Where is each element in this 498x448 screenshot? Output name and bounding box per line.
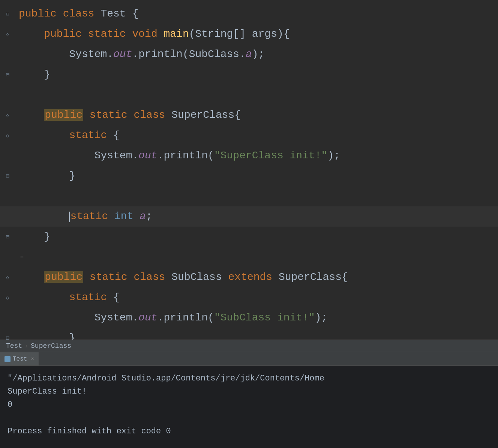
console-text-1: SuperClass init! (8, 387, 87, 396)
line-text-1: public class Test { (15, 4, 498, 24)
line-text-13: - (15, 247, 498, 267)
gutter-1 (0, 4, 15, 24)
tab-close-button[interactable]: × (31, 356, 34, 362)
gutter-14 (0, 267, 15, 287)
tab-file-icon (4, 356, 10, 362)
gutter-11 (0, 206, 15, 227)
line-text-5 (15, 85, 498, 105)
code-line-1: public class Test { (0, 4, 498, 24)
line-text-7: static { (15, 125, 498, 146)
line-text-6: public static class SuperClass{ (15, 105, 498, 125)
gutter-8 (0, 146, 15, 166)
console-output-3 (8, 412, 490, 425)
code-line-14: public static class SubClass extends Sup… (0, 267, 498, 287)
code-line-15: static { (0, 287, 498, 308)
breadcrumb-bar: Test › SuperClass (0, 340, 498, 352)
tab-bar: Test × (0, 352, 498, 365)
breadcrumb-test[interactable]: Test (6, 342, 22, 350)
code-line-6: public static class SuperClass{ (0, 105, 498, 125)
gutter-5 (0, 85, 15, 105)
line-text-9: } (15, 166, 498, 186)
line-text-17: } (15, 328, 498, 340)
code-line-17: ⊟ } (0, 328, 498, 340)
code-line-4: ⊟ } (0, 65, 498, 85)
gutter-16 (0, 308, 15, 328)
fold-icon-7[interactable] (4, 132, 10, 138)
code-line-5 (0, 85, 498, 105)
console-text-2: 0 (8, 400, 12, 409)
fold-icon-14[interactable] (4, 274, 10, 280)
code-line-8: System.out.println("SuperClass init!"); (0, 146, 498, 166)
line-text-14: public static class SubClass extends Sup… (15, 267, 498, 287)
gutter-4: ⊟ (0, 65, 15, 85)
console-output-1: SuperClass init! (8, 385, 490, 398)
console-process-text: Process finished with exit code 0 (8, 427, 171, 436)
gutter-2 (0, 24, 15, 44)
fold-icon-2[interactable] (4, 31, 10, 37)
line-text-8: System.out.println("SuperClass init!"); (15, 146, 498, 166)
tab-test[interactable]: Test × (0, 352, 39, 365)
line-text-12: } (15, 227, 498, 247)
gutter-17: ⊟ (0, 328, 15, 340)
fold-icon-6[interactable] (4, 112, 10, 118)
console-output-2: 0 (8, 398, 490, 411)
code-line-7: static { (0, 125, 498, 146)
line-text-10 (15, 186, 498, 206)
breadcrumb-superclass[interactable]: SuperClass (31, 342, 71, 350)
fold-end-4: ⊟ (4, 72, 10, 78)
gutter-10 (0, 186, 15, 206)
fold-icon-1[interactable] (4, 11, 10, 17)
code-line-13: - (0, 247, 498, 267)
gutter-15 (0, 287, 15, 308)
code-line-12: ⊟ } (0, 227, 498, 247)
gutter-6 (0, 105, 15, 125)
gutter-13 (0, 247, 15, 267)
console-path-line: "/Applications/Android Studio.app/Conten… (8, 372, 490, 385)
code-line-9: ⊟ } (0, 166, 498, 186)
line-text-16: System.out.println("SubClass init!"); (15, 308, 498, 328)
code-line-10 (0, 186, 498, 206)
code-line-11: static int a; (0, 206, 498, 227)
code-line-2: public static void main(String[] args){ (0, 24, 498, 44)
fold-icon-15[interactable] (4, 295, 10, 301)
breadcrumb-sep: › (24, 342, 28, 350)
line-text-2: public static void main(String[] args){ (15, 24, 498, 44)
console-area: "/Applications/Android Studio.app/Conten… (0, 365, 498, 448)
console-process-line: Process finished with exit code 0 (8, 425, 490, 438)
line-text-3: System.out.println(SubClass.a); (15, 44, 498, 65)
code-area[interactable]: public class Test { public static void m… (0, 0, 498, 340)
tab-label: Test (13, 356, 27, 362)
console-path-text: "/Applications/Android Studio.app/Conten… (8, 374, 324, 383)
line-text-15: static { (15, 287, 498, 308)
code-line-16: System.out.println("SubClass init!"); (0, 308, 498, 328)
code-content: public class Test { public static void m… (0, 0, 498, 340)
fold-end-17: ⊟ (4, 335, 10, 340)
code-line-3: System.out.println(SubClass.a); (0, 44, 498, 65)
gutter-3 (0, 44, 15, 65)
gutter-9: ⊟ (0, 166, 15, 186)
editor-container: public class Test { public static void m… (0, 0, 498, 448)
fold-end-9: ⊟ (4, 173, 10, 179)
line-text-4: } (15, 65, 498, 85)
line-text-11: static int a; (15, 206, 498, 227)
fold-end-12: ⊟ (4, 234, 10, 240)
gutter-12: ⊟ (0, 227, 15, 247)
gutter-7 (0, 125, 15, 146)
